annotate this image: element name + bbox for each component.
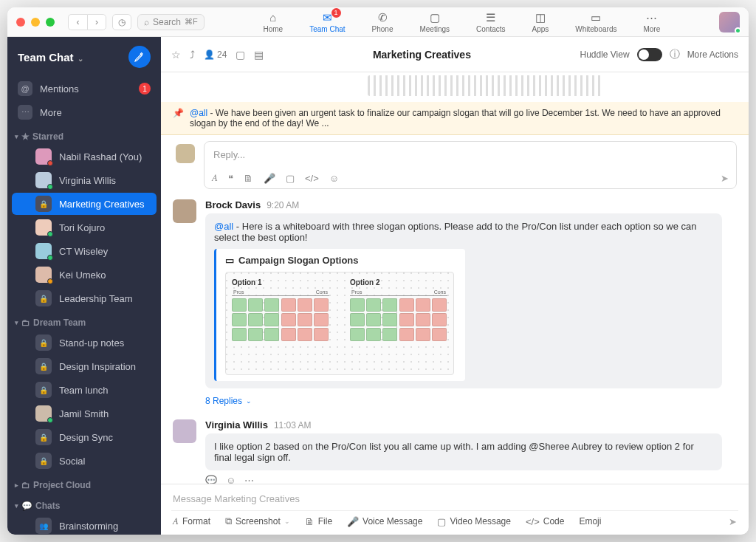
nav-whiteboards[interactable]: ▭Whiteboards <box>572 10 619 35</box>
mention-all[interactable]: @all <box>190 108 207 118</box>
send-icon[interactable]: ➤ <box>721 173 729 184</box>
notify-button[interactable]: ⤴ <box>190 49 195 61</box>
section-dream-team[interactable]: ▾🗀Dream Team <box>7 310 161 331</box>
titlebar: ‹ › ◷ ⌕ Search ⌘F ⌂Home ✉ Team Chat 1 ✆P… <box>7 7 749 37</box>
nav-meetings[interactable]: ▢Meetings <box>416 10 453 35</box>
more-icon: ⋯ <box>645 11 659 24</box>
sidebar-item-virginia[interactable]: Virginia Willis <box>12 169 157 191</box>
sidebar-item-marketing-creatives[interactable]: 🔒Marketing Creatives <box>12 193 157 215</box>
chat-badge: 1 <box>331 8 341 18</box>
file-button[interactable]: 🗎File <box>305 516 332 527</box>
reply-icon[interactable]: 💬 <box>205 475 217 484</box>
search-input[interactable]: ⌕ Search ⌘F <box>137 14 205 30</box>
sidebar-item-design-insp[interactable]: 🔒Design Inspiration <box>12 355 157 377</box>
chevron-down-icon: ⌄ <box>246 397 252 405</box>
sidebar-title[interactable]: Team Chat⌄ <box>18 51 128 64</box>
main-panel: ☆ ⤴ 👤24 ▢ ▤ Marketing Creatives Huddle V… <box>161 37 749 535</box>
emoji-button[interactable]: Emoji <box>579 516 601 526</box>
code-icon[interactable]: </> <box>305 173 319 184</box>
forward-button[interactable]: › <box>87 14 106 30</box>
message-actions: 💬 ☺ ⋯ <box>205 475 737 484</box>
sidebar-more[interactable]: ⋯More <box>7 100 161 124</box>
section-starred[interactable]: ▾★Starred <box>7 124 161 145</box>
back-button[interactable]: ‹ <box>68 14 87 30</box>
folder-icon: 🗀 <box>21 318 30 328</box>
compose-button[interactable] <box>128 46 151 68</box>
composer-toolbar: 𝐴Format ⧉Screenshot⌄ 🗎File 🎤Voice Messag… <box>171 510 738 535</box>
composer-input[interactable]: Message Marketing Creatives <box>171 490 738 510</box>
profile-avatar[interactable] <box>719 12 740 32</box>
sidebar-item-ct[interactable]: CT Wiseley <box>12 240 157 262</box>
at-icon: @ <box>18 81 32 96</box>
msg-author: Virginia Willis <box>205 419 268 430</box>
voice-button[interactable]: 🎤Voice Message <box>347 516 422 527</box>
message-list: 📌 @all - We have been given an urgent ta… <box>161 72 749 484</box>
nav-phone[interactable]: ✆Phone <box>369 10 396 35</box>
sidebar-item-social[interactable]: 🔒Social <box>12 450 157 472</box>
info-icon[interactable]: ⓘ <box>670 48 680 61</box>
reply-composer[interactable]: Reply... 𝐴 ❝ 🗎 🎤 ▢ </> ☺ ➤ <box>204 141 737 189</box>
maximize-window-icon[interactable] <box>46 18 55 27</box>
sidebar-item-leadership[interactable]: 🔒Leadership Team <box>12 287 157 309</box>
sidebar-item-design-sync[interactable]: 🔒Design Sync <box>12 426 157 448</box>
replies-button[interactable]: 8 Replies⌄ <box>205 396 737 406</box>
whiteboard-icon: ▭ <box>589 11 602 24</box>
nav-more[interactable]: ⋯More <box>640 10 663 35</box>
chat-icon: 💬 <box>21 501 32 511</box>
close-window-icon[interactable] <box>16 18 25 27</box>
video-start-button[interactable]: ▢ <box>236 49 245 61</box>
option-label: Option 2 <box>350 278 447 287</box>
lock-icon: 🔒 <box>35 196 52 212</box>
video-icon[interactable]: ▢ <box>286 173 295 184</box>
nav-apps[interactable]: ◫Apps <box>529 10 552 35</box>
sidebar-item-team-lunch[interactable]: 🔒Team lunch <box>12 379 157 401</box>
file-icon[interactable]: 🗎 <box>244 173 253 184</box>
search-icon: ⌕ <box>144 17 149 27</box>
contacts-icon: ☰ <box>484 11 498 24</box>
format-button[interactable]: 𝐴Format <box>173 515 210 527</box>
pinned-message[interactable]: 📌 @all - We have been given an urgent ta… <box>161 102 749 135</box>
more-icon[interactable]: ⋯ <box>244 475 254 484</box>
reply-avatar <box>176 144 195 163</box>
folder-icon: 🗀 <box>21 480 30 490</box>
whiteboard-preview: Option 1 ProsCons <box>225 272 454 375</box>
reply-input[interactable]: Reply... <box>205 142 736 168</box>
sidebar-item-tori[interactable]: Tori Kojuro <box>12 216 157 239</box>
format-icon[interactable]: 𝐴 <box>212 172 218 184</box>
react-icon[interactable]: ☺ <box>226 475 236 484</box>
send-icon[interactable]: ➤ <box>729 516 737 527</box>
section-chats[interactable]: ▾💬Chats <box>7 493 161 514</box>
reply-toolbar: 𝐴 ❝ 🗎 🎤 ▢ </> ☺ ➤ <box>205 168 736 188</box>
search-shortcut: ⌘F <box>185 17 198 27</box>
calendar-button[interactable]: ▤ <box>254 49 264 61</box>
sidebar-item-standup[interactable]: 🔒Stand-up notes <box>12 332 157 354</box>
minimize-window-icon[interactable] <box>31 18 40 27</box>
section-project-cloud[interactable]: ▸🗀Project Cloud <box>7 473 161 493</box>
nav-home[interactable]: ⌂Home <box>261 10 286 35</box>
nav-team-chat[interactable]: ✉ Team Chat 1 <box>306 10 348 35</box>
star-button[interactable]: ☆ <box>171 49 181 61</box>
attachment-thumbnail[interactable] <box>368 75 604 96</box>
sidebar-item-brainstorming[interactable]: 👥Brainstorming <box>12 515 157 535</box>
sidebar-item-kei[interactable]: Kei Umeko <box>12 264 157 286</box>
more-actions-button[interactable]: More Actions <box>687 49 738 60</box>
code-button[interactable]: </>Code <box>526 516 564 527</box>
members-button[interactable]: 👤24 <box>204 49 227 60</box>
video-button[interactable]: ▢Video Message <box>437 516 511 527</box>
huddle-toggle[interactable] <box>637 48 662 61</box>
sidebar-item-jamil[interactable]: Jamil Smith <box>12 402 157 425</box>
sidebar-item-nabil[interactable]: Nabil Rashad (You) <box>12 145 157 168</box>
mic-icon[interactable]: 🎤 <box>264 173 275 184</box>
sidebar-mentions[interactable]: @Mentions1 <box>7 77 161 100</box>
message-bubble: @all - Here is a whiteboard with three s… <box>205 213 722 388</box>
mention-all[interactable]: @all <box>214 221 233 232</box>
quote-icon[interactable]: ❝ <box>228 173 233 184</box>
chevron-down-icon: ▾ <box>15 319 18 326</box>
nav-contacts[interactable]: ☰Contacts <box>473 10 508 35</box>
apps-icon: ◫ <box>534 11 547 24</box>
whiteboard-card[interactable]: ▭Campaign Slogan Options Option 1 ProsCo… <box>214 249 465 381</box>
emoji-icon[interactable]: ☺ <box>329 173 339 184</box>
history-button[interactable]: ◷ <box>112 14 131 30</box>
screenshot-button[interactable]: ⧉Screenshot⌄ <box>225 515 290 527</box>
chevron-down-icon: ▾ <box>15 502 18 510</box>
